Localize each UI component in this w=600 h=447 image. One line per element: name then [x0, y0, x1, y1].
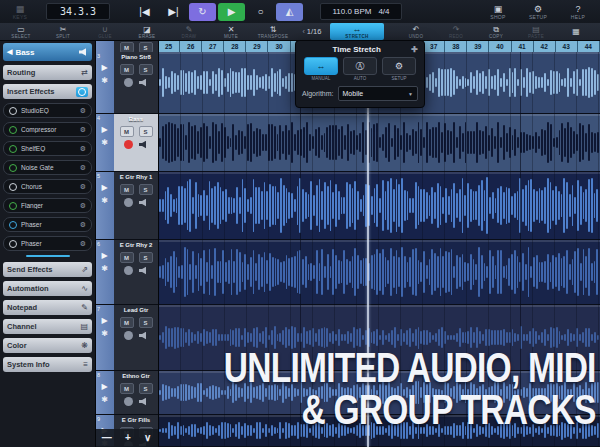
ruler-bar-number[interactable]: 37: [423, 40, 445, 52]
effect-slot-shelfeq[interactable]: ShelfEQ ⚙: [3, 141, 92, 156]
track-strip[interactable]: [95, 40, 114, 52]
track-play-icon[interactable]: ▶: [101, 382, 107, 391]
track-strip[interactable]: 8 ▶ ✱: [95, 371, 114, 414]
mute-button[interactable]: M: [120, 42, 134, 52]
track-name[interactable]: Bass: [129, 115, 143, 123]
power-icon[interactable]: [9, 202, 17, 210]
shop-button[interactable]: ▣ SHOP: [478, 1, 518, 23]
sidebar-item-notepad[interactable]: Notepad ✎: [3, 300, 92, 315]
monitor-speaker-icon[interactable]: [139, 79, 148, 87]
redo-button[interactable]: ↷ REDO: [436, 24, 476, 40]
track-play-icon[interactable]: ▶: [101, 125, 107, 134]
track-play-icon[interactable]: ▶: [101, 316, 107, 325]
sidebar-item-automation[interactable]: Automation ∿: [3, 281, 92, 296]
power-icon[interactable]: [9, 240, 17, 248]
gear-icon[interactable]: ⚙: [80, 202, 86, 210]
grid-button[interactable]: ▦: [556, 24, 596, 40]
ruler-bar-number[interactable]: 43: [556, 40, 578, 52]
track-strip[interactable]: 5 ▶ ✱: [95, 172, 114, 239]
freeze-icon[interactable]: ✱: [101, 196, 108, 205]
transpose-tool[interactable]: ⇅ TRANSPOSE: [252, 24, 294, 40]
minus-icon[interactable]: —: [102, 433, 112, 443]
ruler-bar-number[interactable]: 27: [202, 40, 224, 52]
monitor-speaker-icon[interactable]: [139, 398, 148, 406]
gear-icon[interactable]: ⚙: [80, 183, 86, 191]
track-strip[interactable]: 4 ▶ ✱: [95, 114, 114, 171]
track-name[interactable]: Ethno Gtr: [122, 372, 150, 380]
chevron-down-icon[interactable]: ∨: [144, 433, 151, 443]
region-row-e-gtr-rhy-1[interactable]: [158, 172, 600, 240]
solo-button[interactable]: S: [139, 184, 153, 195]
track-name[interactable]: Lead Gtr: [124, 306, 149, 314]
go-to-end-button[interactable]: ▶|: [160, 3, 187, 21]
paste-button[interactable]: ▤ PASTE: [516, 24, 556, 40]
erase-tool[interactable]: ◪ ERASE: [126, 24, 168, 40]
track-name[interactable]: E Gtr Fills: [122, 416, 150, 424]
solo-button[interactable]: S: [139, 64, 153, 75]
draw-tool[interactable]: ✎ DRAW: [168, 24, 210, 40]
ruler-bar-number[interactable]: 28: [224, 40, 246, 52]
scroll-indicator[interactable]: [26, 255, 70, 257]
record-arm-button[interactable]: [124, 78, 133, 87]
ruler-bar-number[interactable]: 25: [158, 40, 180, 52]
freeze-icon[interactable]: ✱: [101, 264, 108, 273]
track-name[interactable]: Piano Str8: [121, 53, 151, 61]
time-stretch-mode-manual[interactable]: ↔ MANUAL: [304, 57, 338, 81]
freeze-icon[interactable]: ✱: [101, 76, 108, 85]
sidebar-item-system-info[interactable]: System Info ≡: [3, 357, 92, 372]
track-play-icon[interactable]: ▶: [101, 251, 107, 260]
track-header-e-gtr-rhy-2[interactable]: 6 ▶ ✱ E Gtr Rhy 2 M S: [95, 240, 158, 305]
tempo-display[interactable]: 110.0 BPM 4/4: [320, 3, 402, 20]
ruler-bar-number[interactable]: 41: [512, 40, 534, 52]
time-stretch-mode-setup[interactable]: ⚙ SETUP: [382, 57, 416, 81]
monitor-speaker-icon[interactable]: [139, 141, 148, 149]
region-row-bass[interactable]: [158, 114, 600, 172]
ruler-bar-number[interactable]: 26: [180, 40, 202, 52]
monitor-speaker-icon[interactable]: [139, 199, 148, 207]
record-arm-button[interactable]: [124, 140, 133, 149]
power-icon[interactable]: [9, 145, 17, 153]
gear-icon[interactable]: ⚙: [80, 221, 86, 229]
algorithm-dropdown[interactable]: Mobile ▼: [338, 86, 418, 101]
insert-effects-button[interactable]: Insert Effects: [3, 84, 92, 99]
sidebar-item-channel[interactable]: Channel ▤: [3, 319, 92, 334]
move-icon[interactable]: ✚: [411, 45, 418, 54]
mute-button[interactable]: M: [120, 126, 134, 137]
gear-icon[interactable]: ⚙: [80, 240, 86, 248]
glue-tool[interactable]: ∪ GLUE: [84, 24, 126, 40]
gear-icon[interactable]: ⚙: [80, 164, 86, 172]
freeze-icon[interactable]: ✱: [101, 329, 108, 338]
track-play-icon[interactable]: ▶: [101, 183, 107, 192]
track-strip[interactable]: 7 ▶ ✱: [95, 305, 114, 370]
gear-icon[interactable]: ⚙: [80, 126, 86, 134]
effect-slot-compressor[interactable]: Compressor ⚙: [3, 122, 92, 137]
track-header-e-gtr-rhy-1[interactable]: 5 ▶ ✱ E Gtr Rhy 1 M S: [95, 172, 158, 240]
routing-button[interactable]: Routing ⇄: [3, 65, 92, 80]
track-header-piano-str8[interactable]: 3 ▶ ✱ Piano Str8 M S: [95, 52, 158, 114]
power-icon[interactable]: [9, 221, 17, 229]
power-icon[interactable]: [9, 107, 17, 115]
ruler-bar-number[interactable]: 42: [534, 40, 556, 52]
inspector-track-header[interactable]: ◀ Bass: [3, 43, 92, 61]
effect-slot-phaser[interactable]: Phaser ⚙: [3, 217, 92, 232]
record-arm-button[interactable]: [124, 331, 133, 340]
freeze-icon[interactable]: ✱: [101, 395, 108, 404]
ruler-bar-number[interactable]: 40: [489, 40, 511, 52]
position-display[interactable]: 34.3.3: [46, 3, 110, 20]
monitor-speaker-icon[interactable]: [139, 332, 148, 340]
ruler-bar-number[interactable]: 38: [445, 40, 467, 52]
add-track-button[interactable]: +: [125, 433, 131, 443]
solo-button[interactable]: S: [139, 317, 153, 328]
stretch-tool-button[interactable]: ↔ STRETCH: [330, 23, 384, 40]
effect-slot-studioeq[interactable]: StudioEQ ⚙: [3, 103, 92, 118]
effect-slot-flanger[interactable]: Flanger ⚙: [3, 198, 92, 213]
track-play-icon[interactable]: ▶: [101, 63, 107, 72]
help-button[interactable]: ? HELP: [558, 1, 598, 23]
region-row-e-gtr-rhy-2[interactable]: [158, 240, 600, 305]
solo-button[interactable]: S: [139, 252, 153, 263]
power-icon[interactable]: [9, 164, 17, 172]
effect-slot-phaser[interactable]: Phaser ⚙: [3, 236, 92, 251]
track-strip[interactable]: 3 ▶ ✱: [95, 52, 114, 113]
effect-slot-chorus[interactable]: Chorus ⚙: [3, 179, 92, 194]
metronome-button[interactable]: ◭: [276, 3, 303, 21]
